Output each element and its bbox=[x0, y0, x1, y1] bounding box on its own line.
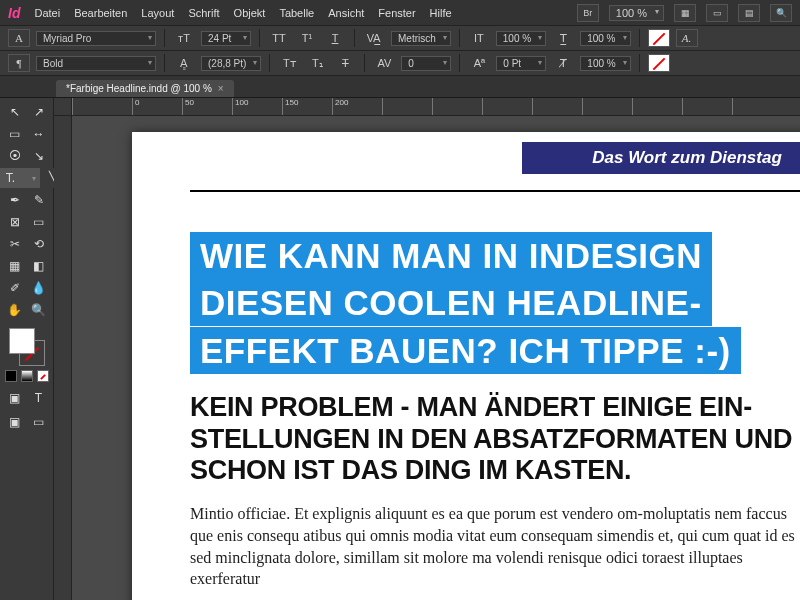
arrange-button[interactable]: ▤ bbox=[738, 4, 760, 22]
app-logo: Id bbox=[8, 5, 20, 21]
menu-type[interactable]: Schrift bbox=[188, 7, 219, 19]
smallcaps-icon[interactable]: Tᴛ bbox=[278, 54, 300, 72]
note-tool[interactable]: ✐ bbox=[4, 278, 26, 298]
leading-icon: A͇ bbox=[173, 54, 195, 72]
text-frame[interactable]: WIE KANN MAN IN INDESIGN DIESEN COOLEN H… bbox=[190, 232, 800, 590]
vscale-select[interactable]: 100 % bbox=[496, 31, 546, 46]
document-tabs: *Farbige Headline.indd @ 100 % × bbox=[0, 76, 800, 98]
baseline-select[interactable]: 0 Pt bbox=[496, 56, 546, 71]
leading-select[interactable]: (28,8 Pt) bbox=[201, 56, 261, 71]
superscript-icon[interactable]: T¹ bbox=[296, 29, 318, 47]
eyedropper-tool[interactable]: 💧 bbox=[28, 278, 50, 298]
para-format-icon[interactable]: ¶ bbox=[8, 54, 30, 72]
scissors-tool[interactable]: ✂ bbox=[4, 234, 26, 254]
fill-color-swatch[interactable] bbox=[9, 328, 35, 354]
gradient-tool[interactable]: ▦ bbox=[4, 256, 26, 276]
skew-icon: T̸ bbox=[552, 54, 574, 72]
view-mode-normal[interactable]: ▣ bbox=[4, 412, 26, 432]
char-style-icon[interactable]: A. bbox=[676, 29, 698, 47]
hscale-icon: T̲ bbox=[552, 29, 574, 47]
menubar: Id Datei Bearbeiten Layout Schrift Objek… bbox=[0, 0, 800, 26]
apply-color-icon[interactable] bbox=[5, 370, 17, 382]
body-text[interactable]: Mintio officiae. Et explignis aliquunt e… bbox=[190, 503, 800, 589]
menu-file[interactable]: Datei bbox=[34, 7, 60, 19]
kerning-select[interactable]: Metrisch bbox=[391, 31, 451, 46]
menu-layout[interactable]: Layout bbox=[141, 7, 174, 19]
tracking-select[interactable]: 0 bbox=[401, 56, 451, 71]
view-mode-preview[interactable]: ▭ bbox=[28, 412, 50, 432]
hscale-select[interactable]: 100 % bbox=[580, 31, 630, 46]
char-format-icon[interactable]: A bbox=[8, 29, 30, 47]
baseline-icon: Aª bbox=[468, 54, 490, 72]
menu-window[interactable]: Fenster bbox=[378, 7, 415, 19]
font-family-select[interactable]: Myriad Pro bbox=[36, 31, 156, 46]
vscale-icon: IT bbox=[468, 29, 490, 47]
underline-icon[interactable]: T bbox=[324, 29, 346, 47]
control-row-2: ¶ Bold A͇ (28,8 Pt) Tᴛ T₁ T AV 0 Aª 0 Pt… bbox=[0, 51, 800, 76]
subscript-icon[interactable]: T₁ bbox=[306, 54, 328, 72]
scale2-select[interactable]: 100 % bbox=[580, 56, 630, 71]
selection-tool[interactable]: ↖ bbox=[4, 102, 26, 122]
ruler-vertical[interactable] bbox=[54, 116, 72, 600]
fill-swatch[interactable] bbox=[648, 29, 670, 47]
workarea: ↖↗ ▭↔ ⦿↘ T.╲ ✒✎ ⊠▭ ✂⟲ ▦◧ ✐💧 ✋🔍 ▣ T ▣ ▭ bbox=[0, 98, 800, 600]
ruler-horizontal[interactable]: 050100150200 bbox=[72, 98, 800, 116]
menu-table[interactable]: Tabelle bbox=[279, 7, 314, 19]
apply-gradient-icon[interactable] bbox=[21, 370, 33, 382]
format-container-icon[interactable]: ▣ bbox=[4, 388, 26, 408]
rect-tool[interactable]: ▭ bbox=[28, 212, 50, 232]
subheadline[interactable]: KEIN PROBLEM - MAN ÄNDERT EINIGE EIN-STE… bbox=[190, 392, 800, 488]
horizontal-rule bbox=[190, 190, 800, 192]
stroke-swatch[interactable] bbox=[648, 54, 670, 72]
gradient-feather-tool[interactable]: ◧ bbox=[28, 256, 50, 276]
kerning-icon: VA̲ bbox=[363, 29, 385, 47]
color-swatches[interactable] bbox=[7, 328, 47, 366]
menu-view[interactable]: Ansicht bbox=[328, 7, 364, 19]
headline[interactable]: WIE KANN MAN IN INDESIGN DIESEN COOLEN H… bbox=[190, 232, 800, 374]
search-icon[interactable]: 🔍 bbox=[770, 4, 792, 22]
allcaps-icon[interactable]: TT bbox=[268, 29, 290, 47]
ruler-origin[interactable] bbox=[54, 98, 72, 116]
doc-tab-title: *Farbige Headline.indd @ 100 % bbox=[66, 83, 212, 94]
content-place-tool[interactable]: ↘ bbox=[28, 146, 50, 166]
menu-help[interactable]: Hilfe bbox=[430, 7, 452, 19]
font-weight-select[interactable]: Bold bbox=[36, 56, 156, 71]
apply-none-icon[interactable] bbox=[37, 370, 49, 382]
format-text-icon[interactable]: T bbox=[28, 388, 50, 408]
menu-object[interactable]: Objekt bbox=[234, 7, 266, 19]
transform-tool[interactable]: ⟲ bbox=[28, 234, 50, 254]
screen-mode-button[interactable]: ▭ bbox=[706, 4, 728, 22]
direct-select-tool[interactable]: ↗ bbox=[28, 102, 50, 122]
banner-box[interactable]: Das Wort zum Dienstag bbox=[522, 142, 800, 174]
doc-tab[interactable]: *Farbige Headline.indd @ 100 % × bbox=[56, 80, 234, 97]
headline-line3: EFFEKT BAUEN? ICH TIPPE :-) bbox=[190, 327, 741, 374]
page-tool[interactable]: ▭ bbox=[4, 124, 26, 144]
pencil-tool[interactable]: ✎ bbox=[28, 190, 50, 210]
frame-tool[interactable]: ⊠ bbox=[4, 212, 26, 232]
view-mode-button[interactable]: ▦ bbox=[674, 4, 696, 22]
headline-line2: DIESEN COOLEN HEADLINE- bbox=[190, 279, 712, 326]
strikethrough-icon[interactable]: T bbox=[334, 54, 356, 72]
canvas[interactable]: 050100150200 Das Wort zum Dienstag WIE K… bbox=[54, 98, 800, 600]
font-size-icon: тT bbox=[173, 29, 195, 47]
headline-line1: WIE KANN MAN IN INDESIGN bbox=[190, 232, 712, 279]
gap-tool[interactable]: ↔ bbox=[28, 124, 50, 144]
menu-edit[interactable]: Bearbeiten bbox=[74, 7, 127, 19]
font-size-select[interactable]: 24 Pt bbox=[201, 31, 251, 46]
zoom-tool[interactable]: 🔍 bbox=[28, 300, 50, 320]
close-icon[interactable]: × bbox=[218, 83, 224, 94]
control-row-1: A Myriad Pro тT 24 Pt TT T¹ T VA̲ Metris… bbox=[0, 26, 800, 51]
type-tool[interactable]: T. bbox=[0, 168, 40, 188]
page[interactable]: Das Wort zum Dienstag WIE KANN MAN IN IN… bbox=[132, 132, 800, 600]
bridge-button[interactable]: Br bbox=[577, 4, 599, 22]
zoom-select[interactable]: 100 % bbox=[609, 5, 664, 21]
toolbox: ↖↗ ▭↔ ⦿↘ T.╲ ✒✎ ⊠▭ ✂⟲ ▦◧ ✐💧 ✋🔍 ▣ T ▣ ▭ bbox=[0, 98, 54, 600]
tracking-icon: AV bbox=[373, 54, 395, 72]
banner-text: Das Wort zum Dienstag bbox=[592, 148, 782, 167]
hand-tool[interactable]: ✋ bbox=[4, 300, 26, 320]
content-tool[interactable]: ⦿ bbox=[4, 146, 26, 166]
pen-tool[interactable]: ✒ bbox=[4, 190, 26, 210]
